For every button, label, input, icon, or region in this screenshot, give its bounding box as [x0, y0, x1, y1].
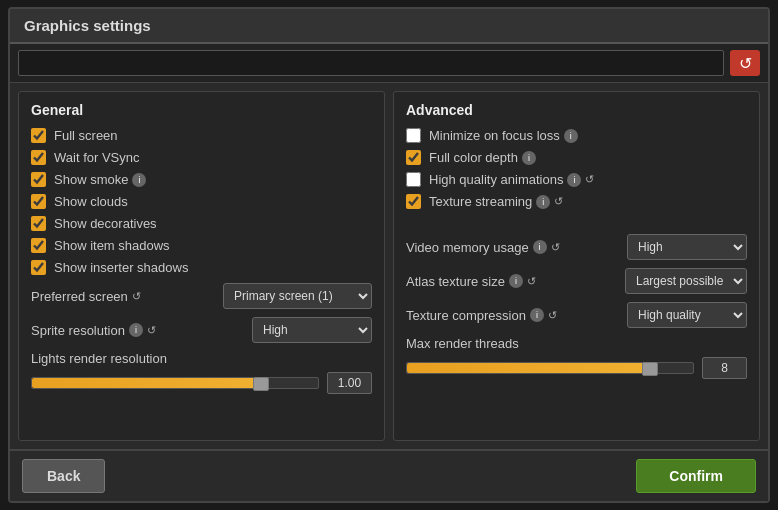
lights-label: Lights render resolution — [31, 351, 372, 366]
checkbox-vsync: Wait for VSync — [31, 150, 372, 165]
focus-loss-info-icon[interactable]: i — [564, 129, 578, 143]
max-threads-slider-fill — [407, 363, 650, 373]
smoke-info-icon[interactable]: i — [132, 173, 146, 187]
sprite-resolution-row: Sprite resolution i ↺ Low Normal High Ve… — [31, 317, 372, 343]
search-input[interactable] — [18, 50, 724, 76]
inserter-shadows-checkbox[interactable] — [31, 260, 46, 275]
lights-value: 1.00 — [327, 372, 372, 394]
item-shadows-checkbox[interactable] — [31, 238, 46, 253]
atlas-info-icon[interactable]: i — [509, 274, 523, 288]
max-threads-slider-row: 8 — [406, 357, 747, 379]
video-memory-row: Video memory usage i ↺ Low Medium High U… — [406, 234, 747, 260]
sprite-res-info-icon[interactable]: i — [129, 323, 143, 337]
tex-compression-label: Texture compression i ↺ — [406, 308, 621, 323]
tex-comp-refresh-icon[interactable]: ↺ — [548, 309, 557, 322]
advanced-title: Advanced — [406, 102, 747, 118]
general-title: General — [31, 102, 372, 118]
lights-slider-fill — [32, 378, 261, 388]
atlas-refresh-icon[interactable]: ↺ — [527, 275, 536, 288]
max-threads-value: 8 — [702, 357, 747, 379]
checkbox-tex-stream: Texture streaming i ↺ — [406, 194, 747, 209]
vsync-label: Wait for VSync — [54, 150, 139, 165]
lights-section: Lights render resolution 1.00 — [31, 351, 372, 394]
checkbox-full-screen: Full screen — [31, 128, 372, 143]
preferred-screen-select[interactable]: Primary screen (1) Secondary screen (2) — [223, 283, 372, 309]
full-color-checkbox[interactable] — [406, 150, 421, 165]
full-color-label: Full color depth i — [429, 150, 536, 165]
checkbox-inserter-shadows: Show inserter shadows — [31, 260, 372, 275]
preferred-screen-label: Preferred screen ↺ — [31, 289, 217, 304]
reset-button[interactable]: ↺ — [730, 50, 760, 76]
content-area: General Full screen Wait for VSync Show … — [10, 83, 768, 449]
general-panel: General Full screen Wait for VSync Show … — [18, 91, 385, 441]
max-threads-slider-track[interactable] — [406, 362, 694, 374]
smoke-label: Show smoke i — [54, 172, 146, 187]
checkbox-item-shadows: Show item shadows — [31, 238, 372, 253]
inserter-shadows-label: Show inserter shadows — [54, 260, 188, 275]
atlas-size-row: Atlas texture size i ↺ Normal Large Larg… — [406, 268, 747, 294]
sprite-res-refresh-icon[interactable]: ↺ — [147, 324, 156, 337]
preferred-screen-row: Preferred screen ↺ Primary screen (1) Se… — [31, 283, 372, 309]
tex-stream-refresh-icon[interactable]: ↺ — [554, 195, 563, 208]
footer: Back Confirm — [10, 449, 768, 501]
tex-comp-info-icon[interactable]: i — [530, 308, 544, 322]
full-screen-checkbox[interactable] — [31, 128, 46, 143]
video-memory-select[interactable]: Low Medium High Ultra — [627, 234, 747, 260]
item-shadows-label: Show item shadows — [54, 238, 170, 253]
dialog-title: Graphics settings — [10, 9, 768, 44]
video-memory-label: Video memory usage i ↺ — [406, 240, 621, 255]
full-screen-label: Full screen — [54, 128, 118, 143]
decoratives-label: Show decoratives — [54, 216, 157, 231]
focus-loss-checkbox[interactable] — [406, 128, 421, 143]
lights-slider-row: 1.00 — [31, 372, 372, 394]
focus-loss-label: Minimize on focus loss i — [429, 128, 578, 143]
sprite-resolution-select[interactable]: Low Normal High Very High — [252, 317, 372, 343]
max-threads-slider-thumb[interactable] — [642, 362, 658, 376]
preferred-screen-refresh-icon[interactable]: ↺ — [132, 290, 141, 303]
tex-stream-label: Texture streaming i ↺ — [429, 194, 563, 209]
clouds-label: Show clouds — [54, 194, 128, 209]
checkbox-hq-anim: High quality animations i ↺ — [406, 172, 747, 187]
tex-stream-info-icon[interactable]: i — [536, 195, 550, 209]
hq-anim-label: High quality animations i ↺ — [429, 172, 594, 187]
checkbox-decoratives: Show decoratives — [31, 216, 372, 231]
back-button[interactable]: Back — [22, 459, 105, 493]
advanced-panel: Advanced Minimize on focus loss i Full c… — [393, 91, 760, 441]
checkbox-full-color: Full color depth i — [406, 150, 747, 165]
smoke-checkbox[interactable] — [31, 172, 46, 187]
atlas-size-select[interactable]: Normal Large Largest possible — [625, 268, 747, 294]
checkbox-smoke: Show smoke i — [31, 172, 372, 187]
video-mem-info-icon[interactable]: i — [533, 240, 547, 254]
hq-anim-checkbox[interactable] — [406, 172, 421, 187]
lights-slider-thumb[interactable] — [253, 377, 269, 391]
vsync-checkbox[interactable] — [31, 150, 46, 165]
tex-stream-checkbox[interactable] — [406, 194, 421, 209]
checkbox-clouds: Show clouds — [31, 194, 372, 209]
video-mem-refresh-icon[interactable]: ↺ — [551, 241, 560, 254]
lights-slider-track[interactable] — [31, 377, 319, 389]
decoratives-checkbox[interactable] — [31, 216, 46, 231]
confirm-button[interactable]: Confirm — [636, 459, 756, 493]
tex-compression-row: Texture compression i ↺ None Normal High… — [406, 302, 747, 328]
reset-icon: ↺ — [739, 54, 752, 73]
max-threads-section: Max render threads 8 — [406, 336, 747, 379]
clouds-checkbox[interactable] — [31, 194, 46, 209]
checkbox-focus-loss: Minimize on focus loss i — [406, 128, 747, 143]
hq-anim-refresh-icon[interactable]: ↺ — [585, 173, 594, 186]
graphics-settings-dialog: Graphics settings ↺ General Full screen … — [8, 7, 770, 503]
sprite-resolution-label: Sprite resolution i ↺ — [31, 323, 246, 338]
full-color-info-icon[interactable]: i — [522, 151, 536, 165]
tex-compression-select[interactable]: None Normal High quality — [627, 302, 747, 328]
hq-anim-info-icon[interactable]: i — [567, 173, 581, 187]
max-threads-label: Max render threads — [406, 336, 747, 351]
search-bar: ↺ — [10, 44, 768, 83]
atlas-size-label: Atlas texture size i ↺ — [406, 274, 619, 289]
